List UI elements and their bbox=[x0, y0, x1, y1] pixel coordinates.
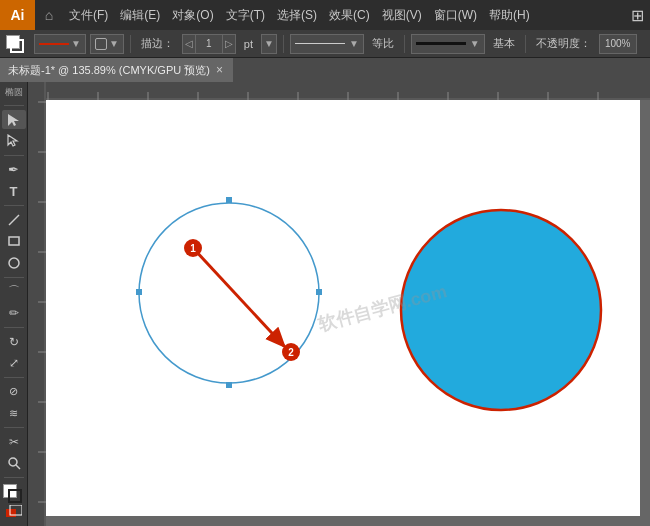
svg-line-2 bbox=[9, 215, 19, 225]
point1-label: 1 bbox=[190, 243, 196, 254]
menu-file[interactable]: 文件(F) bbox=[63, 0, 114, 30]
svg-point-5 bbox=[9, 458, 17, 466]
tool-sep-4 bbox=[4, 327, 24, 328]
stroke-swatch[interactable] bbox=[10, 39, 24, 53]
canvas-area[interactable]: 1 2 软件自学网.com bbox=[28, 82, 650, 526]
tool-sep-2 bbox=[4, 205, 24, 206]
select-tool[interactable] bbox=[2, 110, 26, 130]
brush-tool[interactable]: ⌒ bbox=[2, 282, 26, 302]
fill-stroke-selector[interactable] bbox=[3, 484, 25, 500]
type-tool[interactable]: T bbox=[2, 182, 26, 202]
stroke-unit: pt bbox=[240, 33, 257, 55]
workspace-switcher[interactable]: ⊞ bbox=[625, 0, 650, 30]
pen-tool[interactable]: ✒ bbox=[2, 160, 26, 180]
tool-sep-6 bbox=[4, 427, 24, 428]
svg-rect-34 bbox=[226, 197, 232, 203]
document-tab[interactable]: 未标题-1* @ 135.89% (CMYK/GPU 预览) × bbox=[0, 58, 233, 82]
circle-filled[interactable] bbox=[401, 210, 601, 410]
stroke-style-selector[interactable]: ▼ bbox=[411, 34, 485, 54]
stroke-fill-indicator[interactable] bbox=[4, 33, 30, 55]
tab-bar: 未标题-1* @ 135.89% (CMYK/GPU 预览) × bbox=[0, 58, 650, 82]
arrow-line bbox=[193, 248, 284, 346]
ai-logo: Ai bbox=[0, 0, 35, 30]
zoom-tool[interactable] bbox=[2, 453, 26, 473]
opacity-label: 不透明度： bbox=[532, 33, 595, 55]
opacity-input[interactable] bbox=[599, 34, 637, 54]
tool-sep-3 bbox=[4, 277, 24, 278]
svg-rect-23 bbox=[28, 82, 46, 526]
toolbar-sep-2 bbox=[283, 35, 284, 53]
tab-title: 未标题-1* @ 135.89% (CMYK/GPU 预览) bbox=[8, 63, 210, 78]
direct-select-tool[interactable] bbox=[2, 131, 26, 151]
tool-sep-7 bbox=[4, 477, 24, 478]
ratio-label: 等比 bbox=[368, 33, 398, 55]
main-area: 椭圆 ✒ T ⌒ ✏ ↻ bbox=[0, 82, 650, 526]
toolbar-sep-1 bbox=[130, 35, 131, 53]
canvas-surface: 1 2 软件自学网.com bbox=[46, 100, 640, 516]
rectangle-tool[interactable] bbox=[2, 232, 26, 252]
home-icon[interactable]: ⌂ bbox=[35, 0, 63, 30]
panel-label: 椭圆 bbox=[5, 86, 23, 99]
eyedropper-tool[interactable]: ⊘ bbox=[2, 382, 26, 402]
menu-type[interactable]: 文字(T) bbox=[220, 0, 271, 30]
svg-marker-1 bbox=[8, 135, 17, 146]
line-tool[interactable] bbox=[2, 210, 26, 230]
stroke-label: 描边： bbox=[137, 33, 178, 55]
menu-view[interactable]: 视图(V) bbox=[376, 0, 428, 30]
menu-object[interactable]: 对象(O) bbox=[166, 0, 219, 30]
toolbar-sep-3 bbox=[404, 35, 405, 53]
pencil-tool[interactable]: ✏ bbox=[2, 303, 26, 323]
scale-tool[interactable]: ⤢ bbox=[2, 353, 26, 373]
scissors-tool[interactable]: ✂ bbox=[2, 432, 26, 452]
stroke-unit-dropdown[interactable]: ▼ bbox=[261, 34, 277, 54]
menu-effect[interactable]: 效果(C) bbox=[323, 0, 376, 30]
ellipse-tool[interactable] bbox=[2, 253, 26, 273]
tool-sep-0 bbox=[4, 105, 24, 106]
tool-sep-5 bbox=[4, 377, 24, 378]
color-mode-button[interactable] bbox=[2, 502, 26, 522]
left-toolbar: 椭圆 ✒ T ⌒ ✏ ↻ bbox=[0, 82, 28, 526]
rotate-tool[interactable]: ↻ bbox=[2, 332, 26, 352]
svg-marker-0 bbox=[8, 114, 19, 126]
basic-label: 基本 bbox=[489, 33, 519, 55]
blend-tool[interactable]: ≋ bbox=[2, 403, 26, 423]
stroke-line-selector[interactable]: ▼ bbox=[290, 34, 364, 54]
shape-selector[interactable]: ▼ bbox=[90, 34, 124, 54]
toolbar: ▼ ▼ 描边： ◁ ▷ pt ▼ ▼ 等比 ▼ 基本 不透明度： bbox=[0, 30, 650, 58]
svg-rect-7 bbox=[6, 509, 16, 517]
svg-point-4 bbox=[9, 258, 19, 268]
tab-close-button[interactable]: × bbox=[216, 63, 223, 77]
point2-label: 2 bbox=[288, 347, 294, 358]
canvas-drawing: 1 2 bbox=[46, 100, 640, 516]
ruler-horizontal bbox=[28, 82, 650, 100]
tool-sep-1 bbox=[4, 155, 24, 156]
ruler-vertical bbox=[28, 82, 46, 526]
menu-window[interactable]: 窗口(W) bbox=[428, 0, 483, 30]
menu-select[interactable]: 选择(S) bbox=[271, 0, 323, 30]
svg-rect-3 bbox=[9, 237, 19, 245]
toolbar-sep-4 bbox=[525, 35, 526, 53]
menu-bar: Ai ⌂ 文件(F) 编辑(E) 对象(O) 文字(T) 选择(S) 效果(C)… bbox=[0, 0, 650, 30]
stroke-type-selector[interactable]: ▼ bbox=[34, 34, 86, 54]
stroke-width-control[interactable]: ◁ ▷ bbox=[182, 34, 236, 54]
menu-help[interactable]: 帮助(H) bbox=[483, 0, 536, 30]
svg-line-6 bbox=[16, 465, 20, 469]
menu-edit[interactable]: 编辑(E) bbox=[114, 0, 166, 30]
stroke-width-input[interactable] bbox=[195, 34, 223, 54]
svg-rect-9 bbox=[28, 82, 650, 100]
